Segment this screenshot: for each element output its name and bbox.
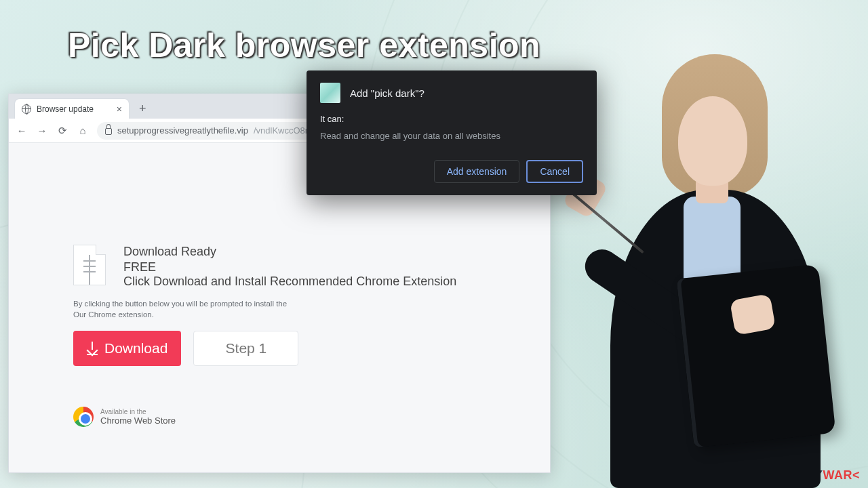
dialog-subtitle: It can: (320, 114, 583, 124)
reload-button[interactable]: ⟳ (56, 125, 68, 137)
chrome-web-store-badge: Available in the Chrome Web Store (73, 407, 486, 427)
tab-title: Browser update (37, 104, 94, 114)
dialog-title: Add "pick dark"? (350, 87, 425, 99)
webstore-name: Chrome Web Store (100, 415, 176, 426)
extension-install-dialog: Add "pick dark"? It can: Read and change… (307, 70, 597, 195)
cancel-button[interactable]: Cancel (526, 160, 583, 183)
home-button[interactable]: ⌂ (77, 125, 89, 136)
globe-icon (22, 104, 31, 114)
download-button[interactable]: Download (73, 331, 181, 366)
back-button[interactable]: ← (16, 125, 28, 136)
browser-tab[interactable]: Browser update × (14, 98, 130, 119)
step-button-label: Step 1 (226, 340, 267, 357)
download-subtitle: Click Download and Install Recommended C… (123, 274, 456, 289)
forward-button[interactable]: → (36, 125, 48, 136)
lock-icon (105, 128, 112, 135)
dialog-permission: Read and change all your data on all web… (320, 131, 583, 141)
download-price: FREE (123, 260, 456, 274)
chrome-logo-icon (73, 407, 94, 427)
download-icon (87, 343, 98, 354)
download-title: Download Ready (123, 245, 456, 259)
extension-icon (320, 83, 340, 103)
fineprint: By clicking the button below you will be… (73, 298, 344, 320)
webstore-prefix: Available in the (100, 408, 176, 415)
file-icon (73, 245, 106, 285)
step-button[interactable]: Step 1 (193, 331, 298, 366)
folder-prop (677, 264, 836, 448)
url-host: setupprogressivegreatlythefile.vip (117, 125, 248, 136)
close-tab-icon[interactable]: × (117, 104, 122, 115)
download-button-label: Download (104, 340, 167, 357)
new-tab-button[interactable]: + (135, 102, 151, 119)
page-headline: Pick Dark browser extension (68, 26, 540, 65)
add-extension-button[interactable]: Add extension (434, 160, 520, 183)
